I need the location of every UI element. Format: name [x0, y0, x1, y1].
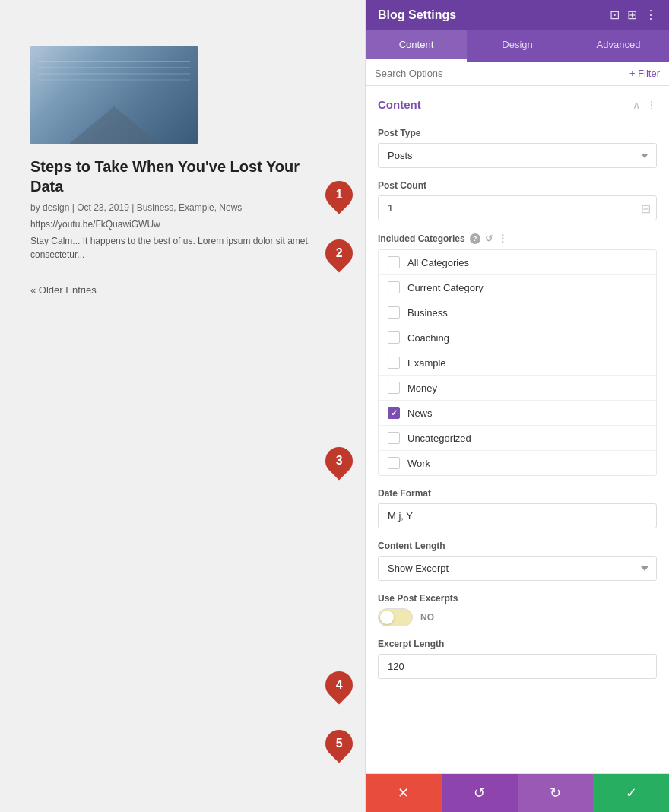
category-checkbox-work[interactable] — [388, 457, 400, 469]
post-count-label: Post Count — [378, 180, 657, 191]
layout-icon[interactable]: ⊞ — [627, 8, 637, 22]
refresh-button[interactable]: ↻ — [518, 774, 594, 812]
category-label-coaching: Coaching — [407, 332, 449, 344]
category-item-all[interactable]: All Categories — [379, 250, 656, 275]
post-count-input[interactable] — [378, 195, 657, 220]
more-options-icon[interactable]: ⋮ — [645, 8, 657, 22]
tab-content[interactable]: Content — [366, 30, 467, 62]
category-checkbox-uncategorized[interactable] — [388, 432, 400, 444]
toggle-knob — [380, 611, 394, 624]
calculator-icon: ⊟ — [641, 201, 651, 215]
post-count-field: Post Count ⊟ — [378, 180, 657, 220]
older-entries[interactable]: « Older Entries — [30, 284, 327, 296]
tab-advanced[interactable]: Advanced — [568, 30, 669, 62]
step-badge-3: 3 — [320, 442, 359, 481]
content-length-label: Content Length — [378, 541, 657, 551]
excerpt-length-field: Excerpt Length — [378, 639, 657, 679]
post-title: Steps to Take When You've Lost Your Data — [30, 157, 327, 196]
older-entries-link[interactable]: « Older Entries — [30, 284, 97, 296]
section-header: Content ∧ ⋮ — [378, 98, 657, 117]
step-badge-5: 5 — [320, 725, 359, 763]
post-type-label: Post Type — [378, 128, 657, 138]
category-label-business: Business — [407, 307, 448, 319]
date-format-field: Date Format — [378, 488, 657, 528]
filter-button[interactable]: + Filter — [629, 68, 660, 79]
use-excerpts-toggle[interactable] — [378, 608, 413, 626]
use-excerpts-field: Use Post Excerpts NO — [378, 593, 657, 626]
panel-content: Content ∧ ⋮ Post Type Posts Post Count ⊟ — [366, 86, 669, 773]
category-item-uncategorized[interactable]: Uncategorized — [379, 426, 656, 451]
category-checkbox-example[interactable] — [388, 357, 400, 369]
category-label-money: Money — [407, 382, 437, 394]
search-input[interactable] — [375, 68, 629, 79]
categories-more-icon[interactable]: ⋮ — [497, 233, 508, 245]
confirm-button[interactable]: ✓ — [593, 774, 669, 812]
post-type-select[interactable]: Posts — [378, 143, 657, 168]
category-checkbox-all[interactable] — [388, 256, 400, 268]
use-excerpts-toggle-row: NO — [378, 608, 657, 626]
category-checkbox-coaching[interactable] — [388, 331, 400, 344]
excerpt-length-label: Excerpt Length — [378, 639, 657, 649]
help-icon[interactable]: ? — [470, 233, 480, 244]
category-item-coaching[interactable]: Coaching — [379, 325, 656, 350]
expand-icon[interactable]: ⊡ — [610, 8, 620, 22]
category-checkbox-business[interactable] — [388, 306, 400, 319]
category-label-uncategorized: Uncategorized — [407, 433, 471, 444]
settings-panel: Blog Settings ⊡ ⊞ ⋮ Content Design Advan… — [365, 0, 669, 812]
search-bar: + Filter — [366, 62, 669, 86]
content-section: Content ∧ ⋮ Post Type Posts Post Count ⊟ — [366, 86, 669, 679]
category-label-work: Work — [407, 458, 430, 469]
panel-title: Blog Settings — [378, 8, 456, 22]
category-item-money[interactable]: Money — [379, 376, 656, 401]
date-format-label: Date Format — [378, 488, 657, 499]
toggle-label: NO — [420, 612, 434, 623]
action-bar: ✕ ↺ ↻ ✓ — [366, 773, 669, 812]
date-format-input[interactable] — [378, 503, 657, 528]
panel-header: Blog Settings ⊡ ⊞ ⋮ — [366, 0, 669, 30]
section-title: Content — [378, 98, 421, 111]
section-header-icons: ∧ ⋮ — [633, 99, 657, 111]
included-categories-field: Included Categories ? ↺ ⋮ All Categories… — [378, 233, 657, 476]
category-label-current: Current Category — [407, 282, 484, 293]
panel-header-icons: ⊡ ⊞ ⋮ — [610, 8, 657, 22]
section-more-icon[interactable]: ⋮ — [646, 99, 657, 111]
blog-preview: Steps to Take When You've Lost Your Data… — [0, 0, 357, 341]
cancel-button[interactable]: ✕ — [366, 774, 442, 812]
category-item-work[interactable]: Work — [379, 451, 656, 475]
collapse-icon[interactable]: ∧ — [633, 99, 640, 111]
included-categories-label: Included Categories ? ↺ ⋮ — [378, 233, 657, 245]
post-meta: by design | Oct 23, 2019 | Business, Exa… — [30, 202, 327, 213]
post-count-input-wrapper: ⊟ — [378, 195, 657, 220]
category-label-news: News — [407, 408, 433, 419]
categories-reset-icon[interactable]: ↺ — [485, 233, 493, 244]
category-checkbox-news[interactable] — [388, 407, 400, 419]
post-thumbnail — [30, 46, 198, 144]
tab-design[interactable]: Design — [467, 30, 568, 62]
category-item-news[interactable]: News — [379, 401, 656, 426]
step-badge-4: 4 — [320, 666, 359, 705]
categories-list: All Categories Current Category Business… — [378, 249, 657, 476]
content-length-field: Content Length Show Excerpt — [378, 541, 657, 581]
category-label-example: Example — [407, 357, 446, 369]
use-excerpts-label: Use Post Excerpts — [378, 593, 657, 604]
panel-tabs: Content Design Advanced — [366, 30, 669, 62]
category-item-current[interactable]: Current Category — [379, 275, 656, 300]
category-checkbox-current[interactable] — [388, 281, 400, 293]
excerpt-length-input[interactable] — [378, 654, 657, 679]
category-checkbox-money[interactable] — [388, 382, 400, 394]
category-label-all: All Categories — [407, 257, 469, 268]
content-length-select[interactable]: Show Excerpt — [378, 556, 657, 581]
reset-button[interactable]: ↺ — [442, 774, 518, 812]
post-type-field: Post Type Posts — [378, 128, 657, 168]
post-excerpt: Stay Calm... It happens to the best of u… — [30, 234, 327, 262]
category-item-business[interactable]: Business — [379, 300, 656, 325]
category-item-example[interactable]: Example — [379, 350, 656, 376]
post-url: https://youtu.be/FkQuawiGWUw — [30, 219, 327, 230]
